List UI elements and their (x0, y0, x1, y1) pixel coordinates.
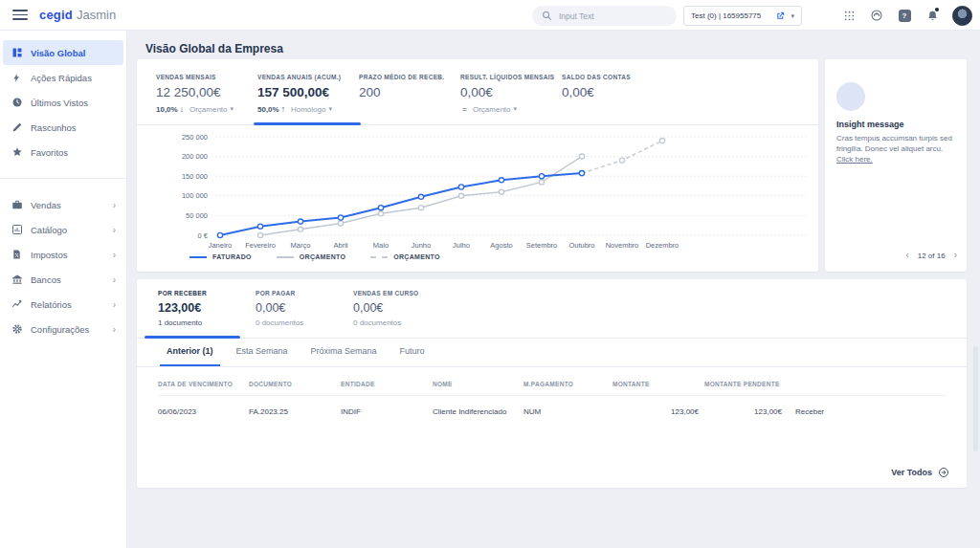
svg-text:50 000: 50 000 (186, 211, 208, 220)
sidebar-item-label: Bancos (31, 274, 61, 285)
kpi-vendas-em-curso[interactable]: VENDAS EM CURSO 0,00€ 0 documentos (353, 279, 451, 338)
kpi-vendas-anuais[interactable]: VENDAS ANUAIS (ACUM.) 157 500,00€ 50,0% … (257, 59, 359, 124)
notifications-icon[interactable] (924, 8, 940, 23)
legend-item-orcamento: ORÇAMENTO (277, 253, 345, 260)
logo-jasmin: Jasmin (77, 8, 116, 22)
insight-body: Cras tempus accumsan turpis sed fringill… (836, 133, 959, 165)
kpi-compare-dropdown[interactable]: Orçamento (189, 105, 228, 114)
line-chart: 0 €50 000100 000150 000200 000250 000Jan… (148, 127, 809, 253)
sidebar-item-label: Ações Rápidas (31, 73, 92, 83)
sidebar-item-catalogo[interactable]: Catálogo › (3, 217, 123, 242)
chevron-right-icon: › (113, 274, 116, 285)
svg-text:Junho: Junho (412, 241, 431, 250)
svg-text:100 000: 100 000 (182, 191, 208, 200)
cell-entity-link[interactable]: INDIF (341, 407, 433, 416)
kpi-prazo-medio[interactable]: PRAZO MÉDIO DE RECEB. 200 (359, 59, 460, 124)
tab-esta-semana[interactable]: Esta Semana (230, 346, 295, 366)
sidebar-item-relatorios[interactable]: Relatórios › (3, 292, 123, 317)
tab-proxima-semana[interactable]: Próxima Semana (304, 346, 384, 366)
sidebar-item-configuracoes[interactable]: Configurações › (3, 317, 123, 341)
search-icon (542, 11, 552, 21)
logo-cegid: cegid (39, 8, 73, 22)
open-in-new-icon[interactable] (775, 11, 786, 21)
documents-card: POR RECEBER 123,00€ 1 documento POR PAGA… (137, 279, 967, 488)
company-selector[interactable]: Test (0) | 165955775 ▾ (683, 6, 802, 26)
legend-item-faturado: FATURADO (189, 253, 252, 260)
main-content: Visão Global da Empresa VENDAS MENSAIS 1… (127, 31, 980, 548)
sidebar-item-rascunhos[interactable]: Rascunhos (3, 115, 123, 140)
user-avatar[interactable] (952, 6, 972, 26)
sidebar-item-impostos[interactable]: Impostos › (3, 242, 123, 267)
chevron-right-icon: › (113, 299, 116, 310)
kpi-result-liquidos[interactable]: RESULT. LÍQUIDOS MENSAIS 0,00€ = Orçamen… (460, 59, 562, 124)
caret-down-icon[interactable]: ▾ (231, 105, 234, 113)
cell-document-link[interactable]: FA.2023.25 (249, 407, 341, 416)
chevron-right-icon: › (113, 225, 116, 235)
help-icon[interactable]: ? (897, 8, 912, 23)
sidebar-item-label: Impostos (31, 250, 68, 260)
sidebar-item-label: Relatórios (31, 299, 72, 310)
caret-down-icon[interactable]: ▾ (328, 105, 332, 113)
svg-text:150 000: 150 000 (182, 172, 208, 181)
insight-pagination: ‹ 12 of 16 › (905, 251, 957, 260)
sidebar-item-ultimos-vistos[interactable]: Últimos Vistos (3, 90, 123, 115)
kpi-vendas-mensais[interactable]: VENDAS MENSAIS 12 250,00€ 10,0% ↓ Orçame… (156, 59, 257, 124)
sidebar-item-favoritos[interactable]: Favoritos (3, 140, 123, 164)
chevron-right-icon[interactable]: › (954, 251, 957, 260)
clock-icon (11, 97, 23, 109)
sidebar-divider (0, 178, 126, 179)
bolt-icon (11, 72, 23, 84)
svg-text:Outubro: Outubro (568, 241, 594, 250)
kpi-saldo-contas[interactable]: SALDO DAS CONTAS 0,00€ (562, 59, 663, 124)
caret-down-icon[interactable]: ▾ (514, 105, 518, 113)
kpi-compare-dropdown[interactable]: Orçamento (473, 105, 511, 114)
question-mark: ? (899, 10, 911, 22)
kpi-compare-dropdown[interactable]: Homólogo (291, 105, 325, 114)
tab-anterior[interactable]: Anterior (1) (160, 346, 220, 366)
svg-text:Setembro: Setembro (526, 241, 558, 250)
cell-name: Cliente Indiferenciado (433, 407, 523, 416)
kpi-por-receber[interactable]: POR RECEBER 123,00€ 1 documento (158, 279, 256, 338)
orcamento-line-sample (277, 256, 294, 258)
app-logo: cegid Jasmin (39, 8, 116, 22)
apps-grid-icon[interactable] (841, 8, 857, 23)
chevron-left-icon[interactable]: ‹ (905, 251, 908, 260)
receive-action-link[interactable]: Receber (790, 407, 947, 416)
sidebar-item-label: Vendas (31, 200, 61, 210)
sidebar-item-acoes-rapidas[interactable]: Ações Rápidas (3, 65, 123, 90)
overview-card: VENDAS MENSAIS 12 250,00€ 10,0% ↓ Orçame… (137, 59, 818, 272)
menu-icon[interactable] (12, 8, 28, 22)
table-header-row: DATA DE VENCIMENTO DOCUMENTO ENTIDADE NO… (158, 367, 947, 396)
legend-item-orcamento-previsto: ORÇAMENTO (370, 253, 439, 260)
view-all-button[interactable]: Ver Todos (891, 467, 949, 478)
sidebar-item-label: Rascunhos (31, 122, 77, 133)
sidebar-item-bancos[interactable]: Bancos › (3, 267, 123, 292)
chevron-right-icon: › (113, 250, 116, 260)
arrow-down-icon: ↓ (180, 104, 184, 114)
kpi-por-pagar[interactable]: POR PAGAR 0,00€ 0 documentos (256, 279, 353, 338)
caret-down-icon[interactable]: ▾ (791, 12, 794, 20)
scrollbar[interactable] (973, 346, 978, 451)
chevron-right-icon: › (113, 324, 116, 335)
sidebar-item-label: Visão Global (31, 48, 85, 58)
svg-text:Dezembro: Dezembro (646, 241, 679, 250)
bank-icon (11, 274, 23, 286)
sidebar-item-label: Configurações (31, 324, 89, 335)
support-icon[interactable] (869, 8, 884, 23)
sidebar-item-label: Catálogo (31, 225, 67, 235)
insight-link[interactable]: Click here. (836, 155, 873, 164)
search-input[interactable] (559, 11, 664, 21)
global-search[interactable] (532, 6, 677, 26)
svg-text:Fevereiro: Fevereiro (245, 241, 276, 250)
sidebar-item-visao-global[interactable]: Visão Global (3, 40, 123, 65)
tab-futuro[interactable]: Futuro (393, 346, 432, 366)
sidebar-item-vendas[interactable]: Vendas › (3, 192, 123, 217)
table-row: 06/06/2023 FA.2023.25 INDIF Cliente Indi… (158, 396, 947, 427)
arrow-circle-right-icon (938, 467, 949, 478)
pencil-icon (11, 121, 23, 134)
svg-text:Janeiro: Janeiro (209, 241, 233, 250)
svg-text:200 000: 200 000 (182, 152, 208, 161)
tax-document-icon (11, 249, 23, 261)
svg-text:Abril: Abril (333, 241, 347, 250)
star-icon (11, 146, 23, 159)
